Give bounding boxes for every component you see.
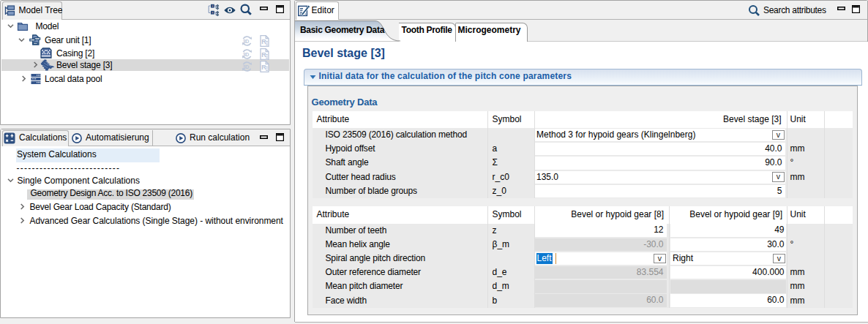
svg-text:3D: 3D [243, 51, 249, 56]
svg-text:R: R [261, 64, 266, 71]
svg-text:3D: 3D [243, 64, 249, 69]
svg-text:3D: 3D [243, 38, 249, 43]
svg-text:R: R [261, 37, 266, 45]
svg-text:R: R [261, 50, 266, 58]
